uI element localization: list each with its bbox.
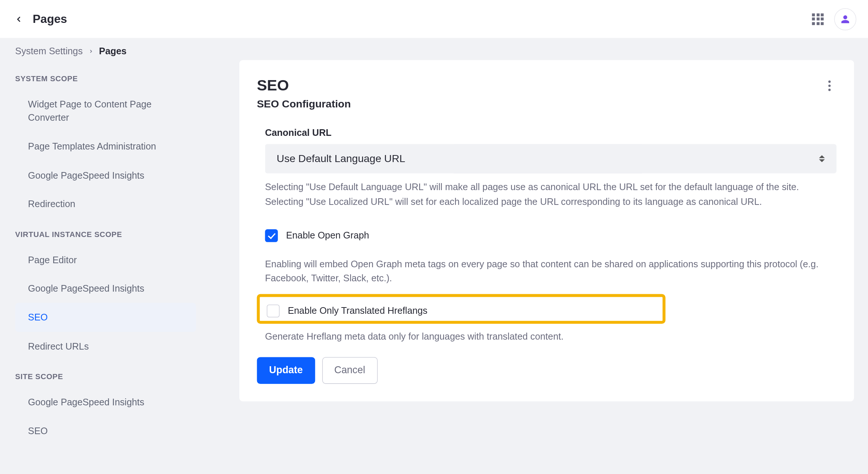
page-title: Pages [33, 12, 67, 25]
user-avatar[interactable] [834, 8, 856, 30]
sidebar-item-page-editor[interactable]: Page Editor [15, 245, 196, 274]
breadcrumb-parent[interactable]: System Settings [15, 46, 83, 56]
topbar: Pages [0, 0, 868, 38]
enable-open-graph-help: Enabling will embed Open Graph meta tags… [265, 257, 837, 286]
hreflang-highlight: Enable Only Translated Hreflangs [257, 294, 665, 324]
canonical-url-label: Canonical URL [265, 128, 837, 138]
panel-heading: SEO [257, 76, 822, 95]
breadcrumb-current: Pages [99, 46, 127, 56]
apps-icon[interactable] [812, 13, 824, 25]
enable-translated-hreflangs-label: Enable Only Translated Hreflangs [288, 306, 427, 316]
sidebar-item-pagespeed-system[interactable]: Google PageSpeed Insights [15, 161, 196, 189]
enable-open-graph-checkbox[interactable] [265, 229, 278, 242]
back-button[interactable] [12, 12, 26, 26]
sidebar-item-seo-site[interactable]: SEO [15, 416, 196, 445]
panel-subtitle: SEO Configuration [257, 98, 822, 110]
select-caret-icon [819, 155, 825, 162]
enable-translated-hreflangs-help: Generate Hreflang meta data only for lan… [265, 330, 837, 344]
breadcrumb: System Settings Pages [15, 46, 196, 56]
chevron-right-icon [89, 47, 93, 55]
sidebar-item-page-templates[interactable]: Page Templates Administration [15, 132, 196, 161]
enable-translated-hreflangs-checkbox[interactable] [267, 305, 280, 317]
user-icon [841, 14, 850, 24]
section-label-site: SITE SCOPE [15, 366, 196, 388]
cancel-button[interactable]: Cancel [322, 357, 377, 384]
actions-menu-button[interactable] [823, 79, 837, 93]
sidebar-item-pagespeed-virtual[interactable]: Google PageSpeed Insights [15, 274, 196, 303]
canonical-url-value: Use Default Language URL [277, 152, 405, 165]
sidebar: System Settings Pages SYSTEM SCOPE Widge… [15, 46, 196, 445]
enable-open-graph-label: Enable Open Graph [286, 230, 369, 241]
sidebar-item-redirection[interactable]: Redirection [15, 189, 196, 218]
sidebar-item-widget-converter[interactable]: Widget Page to Content Page Converter [15, 90, 196, 132]
canonical-url-help: Selecting "Use Default Language URL" wil… [265, 180, 837, 209]
main-panel: SEO SEO Configuration Canonical URL Use … [239, 60, 854, 402]
sidebar-item-pagespeed-site[interactable]: Google PageSpeed Insights [15, 388, 196, 416]
sidebar-item-seo-virtual[interactable]: SEO [15, 303, 196, 332]
chevron-left-icon [15, 15, 23, 23]
section-label-system: SYSTEM SCOPE [15, 68, 196, 90]
canonical-url-select[interactable]: Use Default Language URL [265, 144, 837, 173]
sidebar-item-redirect-urls[interactable]: Redirect URLs [15, 332, 196, 360]
update-button[interactable]: Update [257, 357, 315, 384]
section-label-virtual: VIRTUAL INSTANCE SCOPE [15, 224, 196, 245]
